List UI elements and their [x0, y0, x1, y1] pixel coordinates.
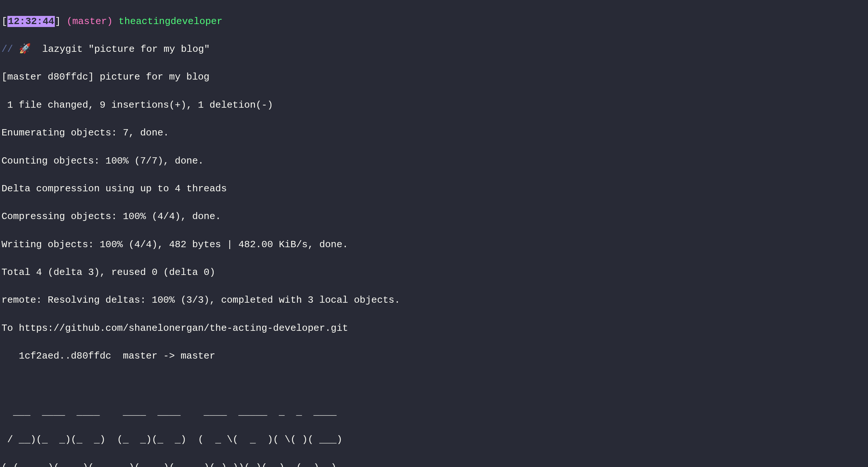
- prompt-branch: (master): [67, 16, 113, 27]
- output-line: Writing objects: 100% (4/4), 482 bytes |…: [1, 238, 867, 252]
- ascii-art-line: ( (_-. _)(_ )( _)(_ )( )(_) ))(_)( ) ( )…: [1, 461, 867, 467]
- prompt-path: theactingdeveloper: [118, 16, 223, 27]
- ascii-art-line: / __)(_ _)(_ _) (_ _)(_ _) ( _ \( _ )( \…: [1, 433, 867, 447]
- prompt-line: [12:32:44] (master) theactingdeveloper: [1, 15, 867, 29]
- blank-line: [1, 377, 867, 392]
- command-prefix: //: [1, 44, 13, 55]
- ascii-art-line: ___ ____ ____ ____ ____ ____ _____ _ _ _…: [1, 405, 867, 419]
- command-line: // 🚀 lazygit "picture for my blog": [1, 43, 867, 57]
- bracket-close: ]: [55, 16, 61, 27]
- rocket-icon: 🚀: [19, 43, 31, 57]
- output-line: Enumerating objects: 7, done.: [1, 126, 867, 140]
- output-line: remote: Resolving deltas: 100% (3/3), co…: [1, 293, 867, 308]
- command-text: lazygit "picture for my blog": [42, 44, 210, 55]
- prompt-time: 12:32:44: [7, 16, 55, 27]
- output-line: To https://github.com/shanelonergan/the-…: [1, 322, 867, 336]
- output-line: Total 4 (delta 3), reused 0 (delta 0): [1, 266, 867, 280]
- terminal[interactable]: [12:32:44] (master) theactingdeveloper /…: [0, 0, 868, 467]
- output-line: [master d80ffdc] picture for my blog: [1, 70, 867, 84]
- output-line: Delta compression using up to 4 threads: [1, 182, 867, 196]
- output-line: Counting objects: 100% (7/7), done.: [1, 154, 867, 168]
- output-line: 1cf2aed..d80ffdc master -> master: [1, 349, 867, 363]
- output-line: 1 file changed, 9 insertions(+), 1 delet…: [1, 98, 867, 112]
- bracket-open: [: [1, 16, 7, 27]
- output-line: Compressing objects: 100% (4/4), done.: [1, 210, 867, 224]
